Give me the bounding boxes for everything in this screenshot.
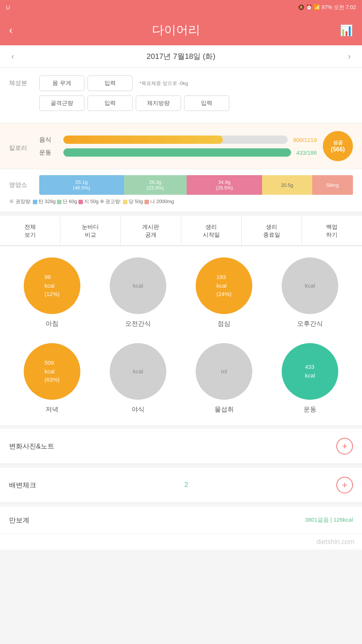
- action-buttons: 전체보기 눈바디비교 게시판공개 생리시작일 생리종료일 백업하기: [0, 216, 362, 246]
- meal-name-night-snack: 야식: [132, 405, 144, 414]
- chart-icon[interactable]: 📊: [340, 24, 353, 37]
- meal-name-lunch: 점심: [218, 319, 230, 328]
- meal-morning-snack[interactable]: kcal 오전간식: [95, 257, 181, 328]
- photo-note-add-button[interactable]: +: [336, 438, 353, 454]
- meal-kcal-night-snack: kcal: [133, 367, 143, 376]
- bowel-title: 배변체크: [9, 481, 36, 490]
- protein-segment: 28.3g (23.9%): [124, 175, 187, 195]
- muscle-input-btn[interactable]: 입력: [87, 96, 133, 111]
- carb-segment: 55.1g (46.5%): [39, 175, 124, 195]
- meal-circle-dinner: 509kcal(63%): [24, 343, 80, 400]
- success-badge: 성공 (566): [323, 131, 353, 161]
- header: ‹ 다이어리 📊: [0, 15, 362, 45]
- bowel-add-button[interactable]: +: [336, 477, 353, 493]
- food-fill: [63, 136, 223, 144]
- nutrition-note: ※ 권장량: 탄 328g 단 60g 지 50g ※ 권고량: 당 50g 나…: [9, 198, 353, 206]
- bowel-section: 배변체크 2 +: [0, 468, 362, 503]
- meal-name-afternoon-snack: 오후간식: [297, 319, 323, 328]
- food-val: 800/1119: [293, 137, 317, 143]
- exercise-progress: [63, 148, 291, 157]
- meal-circle-exercise: 433kcal: [282, 343, 338, 400]
- meal-exercise[interactable]: 433kcal 운동: [267, 343, 353, 414]
- meal-kcal-exercise: 433kcal: [305, 363, 315, 380]
- weight-input-btn[interactable]: 입력: [87, 75, 133, 91]
- pedometer-title: 만보계: [9, 516, 29, 525]
- meal-dinner[interactable]: 509kcal(63%) 저녁: [9, 343, 95, 414]
- muscle-btn[interactable]: 골격근량: [39, 96, 84, 111]
- meal-circle-water: ml: [196, 343, 252, 400]
- current-date: 2017년 7월18일 (화): [147, 51, 215, 62]
- meal-name-dinner: 저녁: [46, 405, 58, 414]
- bowel-value: 2: [184, 481, 188, 489]
- calorie-content: 음식 800/1119 운동 433/186: [39, 136, 317, 157]
- meal-kcal-breakfast: 98kcal(12%): [44, 273, 60, 299]
- action-period-start[interactable]: 생리시작일: [181, 216, 242, 245]
- meal-name-water: 물섭취: [215, 405, 234, 414]
- meal-kcal-water: ml: [221, 367, 227, 376]
- action-publish[interactable]: 게시판공개: [121, 216, 181, 245]
- meal-breakfast[interactable]: 98kcal(12%) 아침: [9, 257, 95, 328]
- carb-pct: (46.5%): [73, 185, 90, 191]
- back-button[interactable]: ‹: [9, 24, 12, 36]
- weight-btn[interactable]: 몸 무게: [39, 75, 84, 91]
- action-compare[interactable]: 눈바디비교: [60, 216, 121, 245]
- fat-input-btn[interactable]: 입력: [184, 96, 229, 111]
- protein-pct: (23.9%): [147, 185, 164, 191]
- meal-lunch[interactable]: 193kcal(24%) 점심: [181, 257, 267, 328]
- food-label: 음식: [39, 136, 58, 144]
- meal-circle-breakfast: 98kcal(12%): [24, 257, 80, 314]
- meal-afternoon-snack[interactable]: kcal 오후간식: [267, 257, 353, 328]
- status-bar: U 🔕 ⏰ 📶 97% 오전 7:02: [0, 0, 362, 15]
- calorie-label: 칼로리: [9, 140, 39, 152]
- body-row-2: 골격근량 입력 체지방량 입력: [39, 96, 353, 111]
- badge-label: 성공: [333, 139, 343, 146]
- exercise-label: 운동: [39, 149, 58, 157]
- meal-name-morning-snack: 오전간식: [125, 319, 151, 328]
- photo-note-title: 변화사진&노트: [9, 442, 54, 451]
- watermark: dietshin.com: [0, 534, 362, 550]
- meals-grid: 98kcal(12%) 아침 kcal 오전간식 193kcal(24%) 점심…: [0, 246, 362, 425]
- meal-circle-morning-snack: kcal: [110, 257, 166, 314]
- food-progress: [63, 136, 288, 144]
- food-row: 음식 800/1119: [39, 136, 317, 144]
- exercise-val: 433/186: [296, 149, 317, 156]
- pedometer-value: 3801걸음 | 126kcal: [305, 516, 353, 524]
- meal-kcal-dinner: 509kcal(63%): [44, 359, 60, 384]
- fat-val: 34.9g: [218, 179, 231, 185]
- nutrition-label: 영양소: [9, 181, 39, 189]
- sugar-val: 20.5g: [281, 182, 293, 188]
- carb-val: 55.1g: [75, 179, 88, 185]
- exercise-fill: [63, 148, 291, 157]
- action-period-end[interactable]: 생리종료일: [242, 216, 302, 245]
- meal-circle-afternoon-snack: kcal: [282, 257, 338, 314]
- meal-night-snack[interactable]: kcal 야식: [95, 343, 181, 414]
- prev-date-button[interactable]: ‹: [11, 52, 14, 62]
- date-nav: ‹ 2017년 7월18일 (화) ›: [0, 45, 362, 68]
- meal-circle-lunch: 193kcal(24%): [196, 257, 252, 314]
- protein-val: 28.3g: [149, 179, 162, 185]
- next-date-button[interactable]: ›: [348, 52, 351, 62]
- action-backup[interactable]: 백업하기: [302, 216, 362, 245]
- body-row-1: 몸 무게 입력 *목표체중 앞으로 -0kg: [39, 75, 353, 91]
- sugar-segment: 20.5g: [262, 175, 312, 195]
- exercise-row: 운동 433/186: [39, 148, 317, 157]
- sodium-val: 58mg: [327, 182, 339, 188]
- page-title: 다이어리: [152, 22, 200, 39]
- fat-segment: 34.9g (29.5%): [187, 175, 262, 195]
- body-section: 체성분 몸 무게 입력 *목표체중 앞으로 -0kg 골격근량 입력 체지방량 …: [0, 68, 362, 123]
- photo-note-section: 변화사진&노트 +: [0, 429, 362, 464]
- meal-name-exercise: 운동: [304, 405, 316, 414]
- meal-circle-night-snack: kcal: [110, 343, 166, 400]
- action-all[interactable]: 전체보기: [0, 216, 60, 245]
- fat-btn[interactable]: 체지방량: [136, 96, 181, 111]
- badge-val: (566): [331, 146, 345, 153]
- nutrition-bar: 55.1g (46.5%) 28.3g (23.9%) 34.9g (29.5%…: [39, 175, 353, 195]
- meal-name-breakfast: 아침: [46, 319, 58, 328]
- goal-text: *목표체중 앞으로 -0kg: [140, 80, 188, 87]
- sodium-segment: 58mg: [312, 175, 353, 195]
- meal-water[interactable]: ml 물섭취: [181, 343, 267, 414]
- app-logo: U: [6, 5, 10, 11]
- meal-kcal-lunch: 193kcal(24%): [216, 273, 232, 299]
- nutrition-section: 영양소 55.1g (46.5%) 28.3g (23.9%) 34.9g (2…: [0, 169, 362, 212]
- body-inputs: 몸 무게 입력 *목표체중 앞으로 -0kg 골격근량 입력 체지방량 입력: [39, 75, 353, 116]
